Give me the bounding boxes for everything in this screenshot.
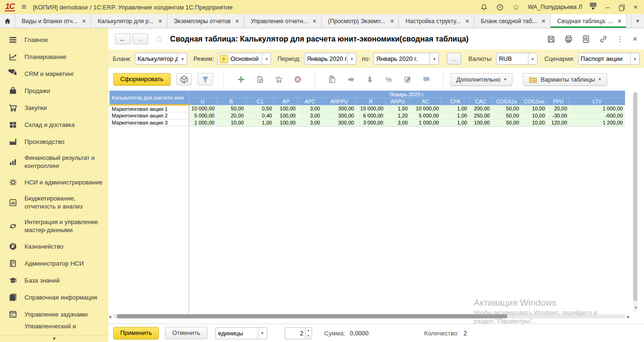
data-cell[interactable]: 5 000,00 <box>410 112 441 119</box>
data-cell[interactable]: 1,00 <box>246 119 274 126</box>
stepper-up-icon[interactable]: ▲ <box>305 328 312 334</box>
data-cell[interactable]: 0,40 <box>246 112 274 119</box>
row-label-cell[interactable]: Маркетинговая акция 1 <box>110 105 189 112</box>
data-cell[interactable]: 100,00 <box>470 119 492 126</box>
hscroll-right-arrow[interactable]: ▶ <box>627 315 630 319</box>
data-cell[interactable]: 3,00 <box>298 112 322 119</box>
vscroll-thumb[interactable] <box>633 92 637 301</box>
more-actions-icon[interactable]: ⋮ <box>617 35 624 43</box>
data-cell[interactable]: 10,00 <box>521 105 547 112</box>
sidebar-item-12[interactable]: ₽Казначейство <box>0 238 108 255</box>
current-user-label[interactable]: WA_Полударьева Л <box>528 4 582 10</box>
sidebar-item-16[interactable]: Управление задачами <box>0 306 108 323</box>
chevron-down-icon[interactable]: ▾ <box>262 53 271 64</box>
sidebar-item-10[interactable]: Бюджетирование, отчетность и анализ <box>0 191 108 214</box>
data-cell[interactable]: -30,00 <box>547 112 570 119</box>
tab-close-icon[interactable]: × <box>465 17 469 25</box>
forward-button[interactable]: → <box>132 33 148 44</box>
edit-pencil-icon[interactable] <box>402 73 414 85</box>
row-label-cell[interactable]: Маркетинговая акция 3 <box>110 119 189 126</box>
data-cell[interactable]: 1,00 <box>441 119 470 126</box>
column-header-B[interactable]: B <box>217 98 246 105</box>
column-header-LTV[interactable]: LTV <box>570 98 625 105</box>
get-link-icon[interactable] <box>599 35 608 43</box>
data-cell[interactable]: 300,00 <box>322 119 356 126</box>
data-cell[interactable]: -600,00 <box>570 112 625 119</box>
favorites-star-icon[interactable]: ☆ <box>512 3 520 11</box>
column-header-ARPPU[interactable]: ARPPU <box>322 98 356 105</box>
chevron-down-icon[interactable]: ▾ <box>630 53 639 64</box>
column-header-U[interactable]: U <box>189 98 217 105</box>
back-button[interactable]: ← <box>115 33 131 44</box>
data-cell[interactable]: 100,00 <box>274 105 298 112</box>
stepper-down-icon[interactable]: ▼ <box>305 333 312 339</box>
move-down-icon[interactable] <box>364 73 376 85</box>
horizontal-scrollbar[interactable] <box>113 314 625 318</box>
tab-6[interactable]: Настройка структу...× <box>399 14 474 28</box>
chevron-down-icon[interactable]: ▾ <box>347 53 356 64</box>
data-cell[interactable]: 1 000,00 <box>189 119 217 126</box>
delete-icon[interactable] <box>292 73 304 85</box>
data-cell[interactable]: 1 000,00 <box>410 119 441 126</box>
precision-stepper[interactable]: 2 ▲ ▼ <box>285 327 312 339</box>
data-cell[interactable]: 1 000,00 <box>570 105 625 112</box>
data-cell[interactable]: 50,00 <box>492 112 521 119</box>
sidebar-item-4[interactable]: Продажи <box>0 82 108 99</box>
more-menu-button[interactable]: Дополнительно ▾ <box>450 73 512 86</box>
tab-close-icon[interactable]: × <box>235 17 239 25</box>
data-cell[interactable]: 5 000,00 <box>189 112 217 119</box>
move-right-icon[interactable] <box>345 73 357 85</box>
sidebar-item-13[interactable]: Администратор НСИ <box>0 255 108 272</box>
filter-funnel-icon[interactable] <box>198 73 213 85</box>
period-from-combo[interactable]: Январь 2020 г. ▾ <box>304 53 357 65</box>
mode-combo[interactable]: Основной ▾ <box>217 53 272 65</box>
cart-icon[interactable] <box>273 73 285 85</box>
percent-icon[interactable]: % <box>383 73 395 85</box>
data-cell[interactable]: 100,00 <box>274 112 298 119</box>
tab-close-icon[interactable]: × <box>390 17 394 25</box>
tab-2[interactable]: Калькулятор для р...× <box>91 14 167 28</box>
chevron-down-icon[interactable]: ▾ <box>528 53 537 64</box>
column-header-PPU[interactable]: PPU <box>547 98 570 105</box>
print-icon[interactable] <box>564 35 573 43</box>
data-cell[interactable]: 10 000,00 <box>410 105 441 112</box>
sidebar-item-7[interactable]: Производство <box>0 133 108 150</box>
sidebar-item-2[interactable]: Планирование <box>0 48 108 65</box>
tab-close-icon[interactable]: × <box>83 17 86 25</box>
data-cell[interactable]: 120,00 <box>547 119 570 126</box>
data-cell[interactable]: 3,00 <box>386 119 410 126</box>
vertical-scrollbar[interactable] <box>633 92 637 312</box>
add-icon[interactable] <box>235 73 248 85</box>
sidebar-item-17[interactable]: Управленческий и <box>0 323 108 328</box>
column-header-CPA[interactable]: CPA <box>441 98 470 105</box>
data-cell[interactable]: 50,00 <box>492 105 521 112</box>
column-header-COGS1s[interactable]: COGS1s <box>492 98 521 105</box>
main-menu-icon[interactable]: ≡ <box>22 2 26 12</box>
save-icon[interactable] <box>547 35 555 43</box>
hscroll-left-arrow[interactable]: ◀ <box>108 315 111 319</box>
period-more-button[interactable]: ... <box>447 53 461 65</box>
column-header-R[interactable]: R <box>356 98 386 105</box>
data-cell[interactable]: 10,00 <box>521 119 547 126</box>
sidebar-more-button[interactable]: ▼ <box>0 335 108 342</box>
data-cell[interactable]: 1 200,00 <box>570 119 625 126</box>
sidebar-item-5[interactable]: Закупки <box>0 99 108 116</box>
data-cell[interactable]: 20,00 <box>217 112 246 119</box>
blank-combo[interactable]: Калькулятор дл ▾ <box>135 53 188 65</box>
data-cell[interactable]: 100,00 <box>274 119 298 126</box>
tab-8[interactable]: Сводная таблица: ...× <box>551 14 627 28</box>
data-cell[interactable]: 3 000,00 <box>356 119 386 126</box>
sidebar-item-6[interactable]: Склад и доставка <box>0 116 108 133</box>
precision-value[interactable]: 2 <box>285 328 305 339</box>
sidebar-item-14[interactable]: База знаний <box>0 272 108 289</box>
column-header-APC[interactable]: APC <box>298 98 322 105</box>
data-cell[interactable]: 15 000,00 <box>356 105 386 112</box>
tab-5[interactable]: (Просмотр) Экземп...× <box>322 14 399 28</box>
column-header-AP[interactable]: AP <box>274 98 298 105</box>
data-cell[interactable]: 10,00 <box>521 112 547 119</box>
cube-icon[interactable] <box>176 73 192 85</box>
notifications-bell-icon[interactable] <box>480 3 488 11</box>
close-window-button[interactable]: × <box>632 3 639 11</box>
data-cell[interactable]: 250,00 <box>470 112 492 119</box>
units-combo[interactable]: единицы ▾ <box>215 327 267 339</box>
